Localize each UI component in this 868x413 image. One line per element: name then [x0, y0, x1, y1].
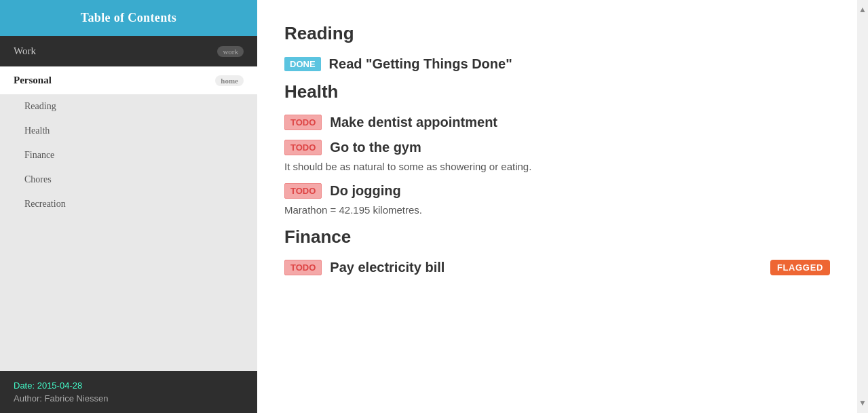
scroll-up-arrow[interactable]: ▲	[856, 3, 868, 17]
task-row: TODO Make dentist appointment	[284, 115, 830, 130]
sidebar-title: Table of Contents	[0, 0, 257, 36]
sidebar-item-recreation[interactable]: Recreation	[0, 192, 257, 216]
badge-todo: TODO	[284, 260, 322, 275]
sidebar-personal-badge: home	[215, 75, 244, 86]
sidebar-item-health[interactable]: Health	[0, 119, 257, 143]
sidebar-date: Date: 2015-04-28	[14, 380, 244, 391]
badge-todo: TODO	[284, 115, 322, 130]
task-row-flagged: TODO Pay electricity bill FLAGGED	[284, 260, 830, 275]
badge-todo: TODO	[284, 183, 322, 199]
task-text: Go to the gym	[330, 140, 421, 155]
sidebar-subitems: Reading Health Finance Chores Recreation	[0, 94, 257, 371]
sidebar-author: Author: Fabrice Niessen	[14, 393, 244, 404]
scroll-down-arrow[interactable]: ▼	[856, 396, 868, 410]
task-text: Pay electricity bill	[330, 260, 445, 275]
sidebar-work-badge: work	[217, 46, 244, 57]
heading-finance: Finance	[284, 227, 830, 248]
heading-health: Health	[284, 81, 830, 102]
task-row: TODO Go to the gym	[284, 140, 830, 155]
main-content: Reading DONE Read "Getting Things Done" …	[257, 0, 857, 413]
task-left: TODO Pay electricity bill	[284, 260, 445, 275]
sidebar-item-reading[interactable]: Reading	[0, 94, 257, 119]
sidebar-item-chores[interactable]: Chores	[0, 168, 257, 192]
task-text: Read "Getting Things Done"	[329, 56, 512, 72]
sidebar-work-label: Work	[14, 45, 36, 57]
task-row: DONE Read "Getting Things Done"	[284, 56, 830, 72]
sidebar-item-work[interactable]: Work work	[0, 36, 257, 66]
task-note: Marathon = 42.195 kilometres.	[284, 204, 830, 216]
task-row: TODO Do jogging	[284, 183, 830, 199]
badge-flagged: FLAGGED	[770, 260, 830, 275]
scrollbar[interactable]: ▲ ▼	[857, 0, 868, 413]
sidebar-item-personal[interactable]: Personal home	[0, 66, 257, 94]
badge-done: DONE	[284, 57, 321, 71]
sidebar-footer: Date: 2015-04-28 Author: Fabrice Niessen	[0, 371, 257, 413]
badge-todo: TODO	[284, 140, 322, 155]
task-text: Make dentist appointment	[330, 115, 497, 130]
task-text: Do jogging	[330, 183, 400, 199]
sidebar: Table of Contents Work work Personal hom…	[0, 0, 257, 413]
sidebar-item-finance[interactable]: Finance	[0, 143, 257, 168]
heading-reading: Reading	[284, 23, 830, 44]
sidebar-personal-label: Personal	[14, 75, 52, 86]
task-note: It should be as natural to some as showe…	[284, 161, 830, 172]
